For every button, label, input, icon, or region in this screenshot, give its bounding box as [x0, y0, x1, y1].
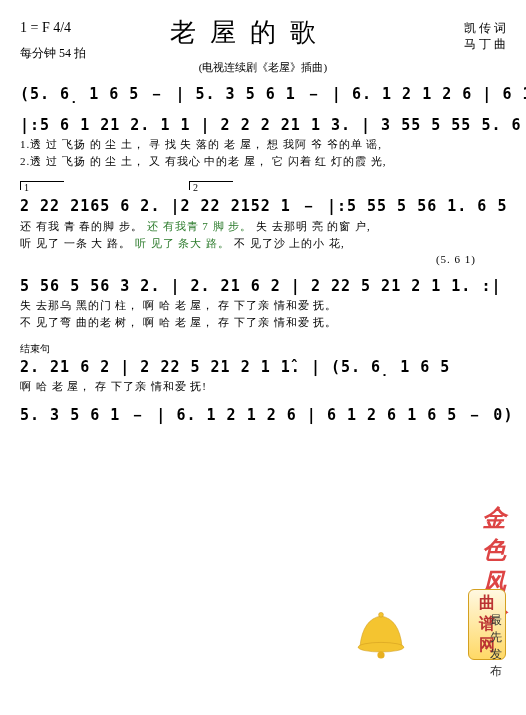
svg-point-2 — [379, 612, 384, 617]
system2-aside: (5. 6 1) — [20, 253, 506, 265]
system3-notes: 5 56 5 56 3 2. | 2. 21 6 2 | 2 22 5 21 2… — [20, 277, 506, 295]
system1-lyrics-verse2: 2.透 过 飞扬 的 尘 土， 又 有我心 中的老 屋， 它 闪着 红 灯的霞 … — [20, 154, 506, 169]
system1-lyrics-verse1: 1.透 过 飞扬 的 尘 土， 寻 找 失 落的 老 屋， 想 我阿 爷 爷的单… — [20, 137, 506, 152]
tempo-marking: 每分钟 54 拍 — [20, 45, 86, 62]
system5-notes: 5. 3 5 6 1 － | 6. 1 2 1 2 6 | 6 1 2 6 1 … — [20, 406, 506, 425]
song-title: 老屋的歌 — [170, 15, 330, 50]
svg-point-1 — [377, 651, 384, 658]
system2-lyrics-v2: 听 见了 一条 大 路。 听 见了 条大 路。 不 见了沙 上的小 花, — [20, 236, 506, 251]
system4-notes: 2. 21 6 2 | 2 22 5 21 2 1 1̂. | (5. 6̣ 1… — [20, 358, 506, 376]
key-signature: 1 = F 4/4 — [20, 20, 71, 36]
system4-lyrics: 啊 哈 老 屋， 存 下了亲 情和爱 抚! — [20, 379, 506, 394]
bell-icon — [346, 610, 416, 670]
volta-1-bracket: 1 — [20, 181, 64, 190]
system2-notes: 2 22 2165 6 2. |2 22 2152 1 － |:5 55 5 5… — [20, 197, 506, 216]
credits: 凯 传 词 马 丁 曲 — [464, 20, 506, 52]
intro-notes: (5. 6̣ 1 6 5 － | 5. 3 5 6 1 － | 6. 1 2 1… — [20, 85, 506, 104]
volta-2-bracket: 2 — [189, 181, 233, 190]
coda-label: 结束句 — [20, 342, 506, 356]
system3-lyrics-v2: 不 见了弯 曲的老 树， 啊 哈 老 屋， 存 下了亲 情和爱 抚。 — [20, 315, 506, 330]
slogan: 最 先 发 布 — [490, 612, 506, 680]
svg-point-0 — [358, 642, 404, 652]
system1-notes: |:5 6 1 21 2. 1 1 | 2 2 2 21 1 3. | 3 55… — [20, 116, 506, 134]
system2-lyrics-v1: 还 有我 青 春的脚 步。 还 有我青 7 脚 步。 失 去那明 亮 的窗 户, — [20, 219, 506, 234]
lyricist: 凯 传 词 — [464, 20, 506, 36]
composer: 马 丁 曲 — [464, 36, 506, 52]
system3-lyrics-v1: 失 去那乌 黑的门 柱， 啊 哈 老 屋， 存 下了亲 情和爱 抚。 — [20, 298, 506, 313]
